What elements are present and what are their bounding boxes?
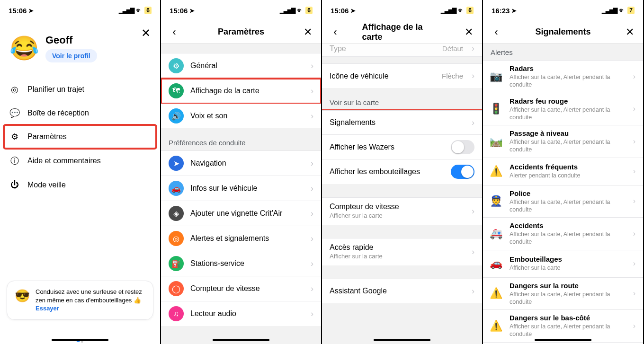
- menu-label: Boîte de réception: [27, 109, 89, 117]
- toggle-show-wazers[interactable]: [451, 140, 474, 154]
- row-sub: Afficher sur la carte: [330, 253, 465, 261]
- signal-icon: ▁▃▅▇: [280, 7, 295, 14]
- row-sub: Afficher sur la carte, Alerter pendant l…: [510, 291, 626, 306]
- row-speedometer[interactable]: Compteur de vitesse Afficher sur la cart…: [322, 197, 482, 225]
- chevron-right-icon: ›: [311, 111, 313, 121]
- row-general[interactable]: ⚙ Général ›: [161, 53, 321, 79]
- row-map-type[interactable]: Type Défaut ›: [322, 44, 482, 57]
- row-vehicle-icon[interactable]: Icône de véhicule Flèche ›: [322, 63, 482, 88]
- row-label: Radars: [510, 64, 626, 72]
- signal-icon: ▁▃▅▇: [119, 7, 134, 14]
- row-label: Infos sur le véhicule: [190, 184, 304, 193]
- row-label: Icône de véhicule: [330, 72, 435, 80]
- row-sub: Afficher sur la carte, Alerter pendant l…: [510, 198, 626, 214]
- home-indicator[interactable]: [213, 339, 269, 341]
- toggle-show-traffic[interactable]: [451, 165, 474, 179]
- back-button[interactable]: ‹: [490, 26, 503, 39]
- row-passage-niveau[interactable]: 🛤️ Passage à niveauAfficher sur la carte…: [483, 125, 643, 158]
- chevron-right-icon: ›: [472, 118, 474, 128]
- row-label: Embouteillages: [510, 255, 626, 263]
- road-hazard-icon: ⚠️: [489, 286, 503, 300]
- music-icon: ♫: [169, 306, 184, 321]
- menu-settings[interactable]: ⚙ Paramètres: [4, 125, 156, 149]
- navigation-icon: ➤: [169, 156, 184, 171]
- close-button[interactable]: ✕: [139, 26, 152, 40]
- railroad-icon: 🛤️: [489, 134, 503, 149]
- row-sub: Afficher sur la carte, Alerter pendant l…: [510, 230, 626, 246]
- menu-label: Paramètres: [27, 132, 67, 141]
- row-navigation[interactable]: ➤ Navigation ›: [161, 150, 321, 176]
- chevron-right-icon: ›: [633, 229, 635, 238]
- status-time: 15:06: [170, 7, 188, 15]
- signal-icon: ▁▃▅▇: [441, 7, 456, 14]
- row-accidents-frequents[interactable]: ⚠️ Accidents fréquentsAlerter pendant la…: [483, 158, 643, 185]
- row-speedometer[interactable]: ◯ Compteur de vitesse ›: [161, 276, 321, 301]
- chevron-right-icon: ›: [311, 61, 313, 71]
- status-time: 16:23: [492, 7, 510, 15]
- nav-row: ‹ Affichage de la carte ✕: [322, 21, 482, 44]
- accidents-icon: 🚑: [489, 227, 503, 241]
- chevron-right-icon: ›: [311, 184, 313, 194]
- row-alerts[interactable]: ◎ Alertes et signalements ›: [161, 226, 321, 251]
- home-indicator[interactable]: [52, 339, 108, 341]
- row-radars[interactable]: 📷 RadarsAfficher sur la carte, Alerter p…: [483, 60, 643, 93]
- row-sub: Afficher sur la carte, Alerter pendant l…: [510, 73, 626, 89]
- row-map-display[interactable]: 🗺 Affichage de la carte ›: [161, 79, 321, 104]
- row-critair[interactable]: ◈ Ajouter une vignette Crit'Air ›: [161, 201, 321, 226]
- battery-level: 6: [305, 7, 313, 14]
- chevron-right-icon: ›: [311, 234, 313, 244]
- row-value: Flèche: [442, 72, 463, 80]
- shoulder-hazard-icon: ⚠️: [489, 319, 503, 333]
- row-value: Défaut: [442, 44, 463, 53]
- fuel-icon: ⛽: [169, 256, 184, 271]
- promo-try-link[interactable]: Essayer: [36, 305, 59, 312]
- close-button[interactable]: ✕: [462, 26, 475, 39]
- home-indicator[interactable]: [535, 339, 591, 341]
- power-icon: ⏻: [9, 180, 20, 190]
- chevron-right-icon: ›: [633, 259, 635, 268]
- chevron-right-icon: ›: [311, 86, 313, 96]
- row-label: Affichage de la carte: [190, 87, 304, 95]
- frequent-accidents-icon: ⚠️: [489, 164, 503, 178]
- row-quick-access[interactable]: Accès rapide Afficher sur la carte ›: [322, 238, 482, 265]
- traffic-light-icon: 🚦: [489, 102, 503, 116]
- chevron-right-icon: ›: [311, 309, 313, 319]
- row-accidents[interactable]: 🚑 AccidentsAfficher sur la carte, Alerte…: [483, 218, 643, 250]
- back-button[interactable]: ‹: [329, 26, 342, 39]
- row-radars-feu-rouge[interactable]: 🚦 Radars feu rougeAfficher sur la carte,…: [483, 93, 643, 126]
- row-dangers-bas-cote[interactable]: ⚠️ Dangers sur le bas-côtéAfficher sur l…: [483, 310, 643, 343]
- row-label: Accès rapide: [330, 243, 465, 252]
- row-reports[interactable]: Signalements ›: [322, 110, 482, 135]
- menu-label: Mode veille: [27, 181, 66, 189]
- speed-icon: ◯: [169, 281, 184, 296]
- row-fuel-stations[interactable]: ⛽ Stations-service ›: [161, 251, 321, 276]
- row-police[interactable]: 👮 PoliceAfficher sur la carte, Alerter p…: [483, 185, 643, 218]
- row-vehicle-info[interactable]: 🚗 Infos sur le véhicule ›: [161, 176, 321, 201]
- close-button[interactable]: ✕: [301, 26, 314, 39]
- menu-help[interactable]: ⓘ Aide et commentaires: [0, 149, 160, 173]
- row-show-wazers[interactable]: Afficher les Wazers: [322, 135, 482, 159]
- status-bar: 15:06 ➤ ▁▃▅▇ ᯤ 6: [322, 0, 482, 21]
- menu-plan-trip[interactable]: ◎ Planifier un trajet: [0, 78, 160, 101]
- menu-label: Planifier un trajet: [27, 85, 84, 94]
- back-button[interactable]: ‹: [168, 26, 181, 39]
- row-assistant-google[interactable]: Assistant Google ›: [322, 279, 482, 303]
- close-button[interactable]: ✕: [623, 26, 636, 39]
- promo-card[interactable]: 😎 Conduisez avec une surfeuse et restez …: [7, 281, 153, 320]
- row-show-traffic[interactable]: Afficher les embouteillages: [322, 159, 482, 184]
- row-autres-dangers[interactable]: ⚠️ Autres dangersAlerter pendant la cond…: [483, 343, 643, 344]
- row-dangers-route[interactable]: ⚠️ Dangers sur la routeAfficher sur la c…: [483, 278, 643, 310]
- menu-inbox[interactable]: 💬 Boîte de réception: [0, 101, 160, 125]
- view-profile-button[interactable]: Voir le profil: [45, 49, 97, 62]
- row-audio-player[interactable]: ♫ Lecteur audio ›: [161, 301, 321, 326]
- row-sub: Afficher sur la carte, Alerter pendant l…: [510, 138, 626, 154]
- chevron-right-icon: ›: [633, 167, 635, 176]
- section-driving-prefs: Préférences de conduite: [161, 128, 321, 150]
- home-indicator[interactable]: [374, 339, 430, 341]
- row-voice-sound[interactable]: 🔊 Voix et son ›: [161, 104, 321, 128]
- profile-block: 😂 Geoff Voir le profil: [0, 21, 160, 71]
- row-sub: Afficher sur la carte: [510, 264, 626, 272]
- wifi-icon: ᯤ: [458, 7, 465, 14]
- row-embouteillages[interactable]: 🚗 EmbouteillagesAfficher sur la carte ›: [483, 250, 643, 278]
- menu-sleep-mode[interactable]: ⏻ Mode veille: [0, 173, 160, 196]
